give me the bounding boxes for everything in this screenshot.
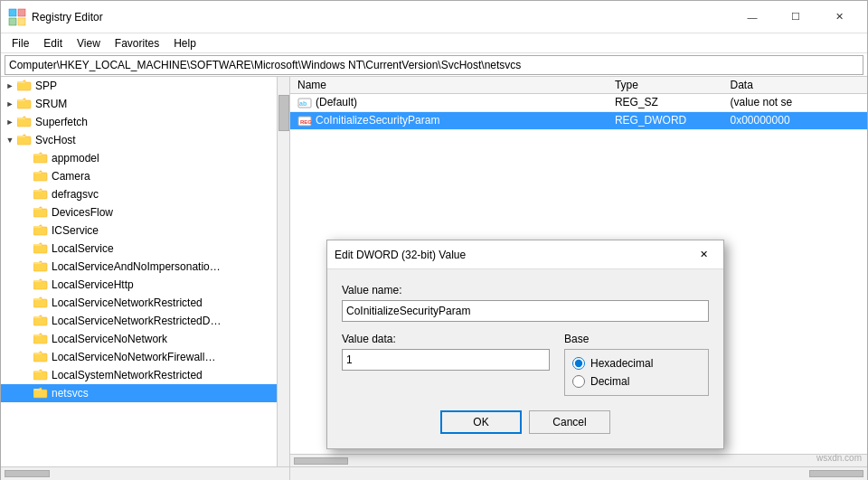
tree-bottom-scroll[interactable]: [1, 467, 290, 480]
svg-rect-2: [9, 18, 16, 25]
reg-type-cell: REG_SZ: [608, 94, 723, 112]
menu-help[interactable]: Help: [166, 35, 203, 52]
tree-item-label: LocalService: [52, 242, 114, 255]
tree-item[interactable]: ICService: [1, 221, 289, 240]
folder-icon: [33, 367, 48, 384]
value-name-input[interactable]: [342, 300, 709, 322]
folder-icon: [33, 331, 48, 348]
table-row[interactable]: ab(Default)REG_SZ(value not se: [290, 94, 867, 112]
address-input[interactable]: [5, 55, 863, 75]
svg-rect-39: [33, 389, 42, 391]
svg-rect-32: [33, 335, 47, 344]
tree-item-label: LocalServiceNetworkRestrictedD…: [52, 315, 221, 327]
folder-icon: [33, 349, 48, 366]
vscroll-thumb[interactable]: [278, 95, 289, 131]
tree-item-label: DevicesFlow: [52, 206, 113, 219]
tree-item[interactable]: ► SPP: [1, 77, 289, 95]
tree-expand-icon[interactable]: [19, 348, 33, 366]
svg-rect-6: [17, 100, 31, 108]
tree-item[interactable]: LocalServiceNoNetworkFirewall…: [1, 348, 289, 366]
tree-hscroll-thumb[interactable]: [5, 470, 50, 477]
ok-button[interactable]: OK: [440, 410, 522, 434]
tree-item[interactable]: DevicesFlow: [1, 203, 289, 221]
tree-item[interactable]: LocalServiceHttp: [1, 276, 289, 294]
tree-vscroll[interactable]: [277, 77, 289, 466]
tree-expand-icon[interactable]: [19, 167, 33, 185]
hexadecimal-radio[interactable]: [572, 357, 585, 370]
folder-icon: [33, 150, 48, 167]
tree-expand-icon[interactable]: [19, 149, 33, 167]
menu-favorites[interactable]: Favorites: [108, 35, 166, 52]
hscroll-thumb[interactable]: [294, 457, 348, 465]
reg-name-cell: REGCoInitializeSecurityParam: [290, 111, 608, 129]
tree-item[interactable]: LocalServiceNoNetwork: [1, 330, 289, 348]
tree-expand-icon[interactable]: [19, 384, 33, 402]
cancel-button[interactable]: Cancel: [529, 410, 610, 434]
tree-item-label: LocalServiceNetworkRestricted: [52, 296, 203, 309]
tree-item[interactable]: ► SRUM: [1, 95, 289, 113]
tree-item[interactable]: LocalServiceNetworkRestrictedD…: [1, 312, 289, 330]
menu-edit[interactable]: Edit: [36, 35, 70, 52]
tree-item[interactable]: LocalServiceNetworkRestricted: [1, 294, 289, 312]
tree-expand-icon[interactable]: [19, 330, 33, 348]
tree-expand-icon[interactable]: ►: [3, 95, 17, 113]
tree-item[interactable]: defragsvc: [1, 185, 289, 203]
folder-icon: [33, 295, 48, 312]
decimal-radio[interactable]: [572, 375, 585, 388]
right-hscroll[interactable]: [290, 454, 867, 466]
tree-expand-icon[interactable]: [19, 240, 33, 258]
reg-table-body: ab(Default)REG_SZ(value not seREGCoIniti…: [290, 94, 867, 130]
tree-expand-icon[interactable]: [19, 221, 33, 240]
dialog-title-bar: Edit DWORD (32-bit) Value ✕: [327, 240, 723, 269]
tree-item[interactable]: appmodel: [1, 149, 289, 167]
right-hscroll-thumb2[interactable]: [809, 470, 863, 477]
tree-expand-icon[interactable]: [19, 276, 33, 294]
tree-item[interactable]: Camera: [1, 167, 289, 185]
tree-expand-icon[interactable]: [19, 294, 33, 312]
svg-rect-4: [17, 82, 31, 90]
maximize-button[interactable]: ☐: [775, 4, 816, 31]
dialog-close-button[interactable]: ✕: [691, 244, 716, 266]
minimize-button[interactable]: —: [731, 4, 773, 31]
tree-item[interactable]: ► Superfetch: [1, 113, 289, 131]
value-data-input[interactable]: [342, 349, 550, 371]
menu-bar: File Edit View Favorites Help: [1, 33, 867, 53]
tree-expand-icon[interactable]: ▼: [3, 131, 17, 149]
tree-expand-icon[interactable]: [19, 185, 33, 203]
svg-rect-14: [33, 173, 47, 181]
tree-item-label: Camera: [52, 170, 90, 183]
folder-icon: [33, 313, 48, 330]
tree-item[interactable]: netsvcs: [1, 384, 289, 402]
menu-file[interactable]: File: [5, 35, 36, 52]
svg-rect-9: [17, 118, 25, 119]
tree-expand-icon[interactable]: [19, 366, 33, 384]
reg-data-cell: (value not se: [722, 94, 867, 112]
menu-view[interactable]: View: [70, 35, 108, 52]
tree-expand-icon[interactable]: [19, 312, 33, 330]
hexadecimal-radio-label[interactable]: Hexadecimal: [572, 357, 701, 370]
tree-item-label: LocalServiceNoNetworkFirewall…: [52, 351, 215, 363]
tree-item[interactable]: LocalService: [1, 240, 289, 258]
tree-item[interactable]: LocalSystemNetworkRestricted: [1, 366, 289, 384]
folder-icon: [33, 277, 48, 294]
right-bottom-scroll[interactable]: [290, 467, 867, 480]
tree-panel: ► SPP► SRUM► Superfetch▼ SvcHost appmode…: [1, 77, 290, 466]
tree-item-label: Superfetch: [35, 116, 88, 128]
tree-expand-icon[interactable]: ►: [3, 113, 17, 131]
tree-expand-icon[interactable]: ►: [3, 77, 17, 95]
tree-expand-icon[interactable]: [19, 203, 33, 221]
tree-item[interactable]: ▼ SvcHost: [1, 131, 289, 149]
svg-rect-22: [33, 245, 47, 253]
folder-icon: [17, 96, 32, 113]
decimal-radio-label[interactable]: Decimal: [572, 375, 701, 388]
tree-item-label: SvcHost: [35, 134, 76, 146]
table-row[interactable]: REGCoInitializeSecurityParamREG_DWORD0x0…: [290, 111, 867, 129]
window-title: Registry Editor: [32, 11, 731, 24]
svg-rect-5: [17, 81, 25, 83]
svg-rect-18: [33, 209, 47, 217]
reg-name-cell: ab(Default): [290, 94, 608, 112]
close-button[interactable]: ✕: [818, 4, 860, 31]
base-radio-group: Hexadecimal Decimal: [564, 349, 709, 396]
tree-expand-icon[interactable]: [19, 258, 33, 276]
tree-item[interactable]: LocalServiceAndNoImpersonatio…: [1, 258, 289, 276]
